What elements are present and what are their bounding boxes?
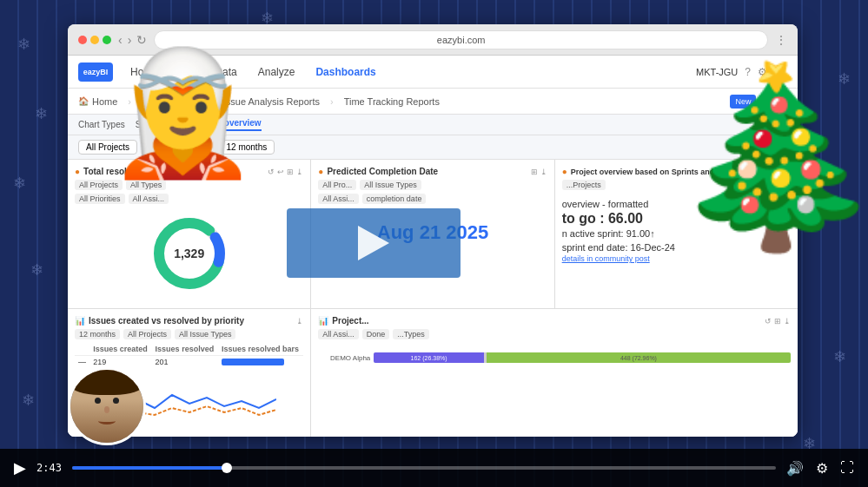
play-button[interactable]: ▶ <box>14 458 26 477</box>
overview-end-date: sprint end date: 16-Dec-24 <box>562 240 791 254</box>
w3-filter-projects[interactable]: ...Projects <box>562 180 606 190</box>
widget-total-resolved: ● Total resolved issue... ↺ ↩ ⊞ ⤓ All Pr… <box>68 160 310 308</box>
nav-analyze[interactable]: Analyze <box>255 64 299 80</box>
sub-project-overview[interactable]: Project overview <box>192 118 261 131</box>
breadcrumb-issue-analysis[interactable]: Issue Analysis Reports <box>223 96 320 107</box>
filter-months[interactable]: 12 months <box>219 140 275 155</box>
overview-link[interactable]: details in community post <box>562 254 791 263</box>
volume-icon[interactable]: 🔊 <box>786 460 804 477</box>
close-dot[interactable] <box>78 36 87 44</box>
avatar-mouth <box>98 418 116 424</box>
widget-1-sub-filters: All Priorities All Assi... <box>75 194 303 204</box>
refresh-icon[interactable]: ↺ <box>268 168 275 176</box>
bar-green: 448 (72.96%) <box>487 352 791 363</box>
breadcrumb-time-tracking[interactable]: Time Tracking Reports <box>344 96 440 107</box>
undo-icon[interactable]: ↩ <box>277 168 284 176</box>
player-controls-right: 🔊 ⚙ ⛶ <box>786 460 854 477</box>
w2-filter-projects[interactable]: All Pro... <box>318 180 356 190</box>
progress-bar[interactable] <box>72 466 776 470</box>
bar-chart-container: DEMO Alpha 162 (26.38%) 448 (72.96%) <box>318 343 791 372</box>
table-row: — 219 201 <box>75 356 303 369</box>
fullscreen-icon[interactable]: ⛶ <box>840 460 854 477</box>
w4-filter-types[interactable]: All Issue Types <box>175 329 235 339</box>
filter-all-assignees[interactable]: All Assignees <box>144 140 211 155</box>
w5-download-icon[interactable]: ⤓ <box>784 317 791 326</box>
nav-source-data[interactable]: Source Data <box>176 64 241 80</box>
edit-button[interactable]: Edit <box>761 95 787 109</box>
w4-filter-months[interactable]: 12 months <box>75 329 120 339</box>
w5-filter-done[interactable]: Done <box>362 329 390 339</box>
workspace-selector[interactable]: MKT-JGU <box>696 67 738 77</box>
breadcrumb-separator-2: › <box>209 96 213 107</box>
w1-filter-types[interactable]: All Types <box>126 180 166 190</box>
w2-filter-completion[interactable]: completion date <box>362 194 427 204</box>
w2-filter-types[interactable]: All Issue Types <box>360 180 421 190</box>
avatar-eye-left <box>95 398 101 404</box>
w2-filter-assignees[interactable]: All Assi... <box>318 194 359 204</box>
nav-home[interactable]: Home <box>127 64 162 80</box>
widget-2-icon: ● <box>318 167 323 176</box>
extensions-icon[interactable]: ⋮ <box>775 33 787 47</box>
w4-filter-projects[interactable]: All Projects <box>123 329 171 339</box>
nav-dashboards[interactable]: Dashboards <box>312 64 379 80</box>
widget-3-filters: ...Projects <box>562 180 791 190</box>
video-play-overlay[interactable] <box>287 208 461 278</box>
widget-4-header: 📊 Issues created vs resolved by priority… <box>75 316 303 326</box>
w3-grid-icon[interactable]: ⊞ <box>774 168 781 176</box>
browser-dots <box>78 36 111 44</box>
back-icon[interactable]: ‹ <box>118 33 123 47</box>
w1-filter-priorities[interactable]: All Priorities <box>75 194 125 204</box>
w3-download-icon[interactable]: ⤓ <box>784 168 791 176</box>
player-settings-icon[interactable]: ⚙ <box>816 460 828 477</box>
new-button[interactable]: New <box>730 95 756 109</box>
help-icon[interactable]: ? <box>745 66 751 78</box>
download-icon[interactable]: ⤓ <box>296 168 303 176</box>
widget-2-header: ● Predicted Completion Date ⊞ ⤓ <box>318 167 547 176</box>
widget-project-bars: 📊 Project... ↺ ⊞ ⤓ All Assi... Done ...T… <box>311 309 798 437</box>
avatar-face <box>70 370 143 443</box>
widget-4-title: Issues created vs resolved by priority <box>89 316 293 326</box>
grid-icon[interactable]: ⊞ <box>287 168 294 176</box>
widget-3-metrics: overview - formatted to go : 66.00 n act… <box>562 194 791 267</box>
snowflake-6: ❄ <box>22 391 35 410</box>
user-icon[interactable]: 👤 <box>774 66 787 78</box>
settings-icon[interactable]: ⚙ <box>758 66 767 78</box>
bar-label: DEMO Alpha <box>318 354 370 362</box>
overview-sprint: n active sprint: 91.00↑ <box>562 227 791 240</box>
breadcrumb-home[interactable]: 🏠 Home <box>78 96 117 107</box>
play-triangle-icon <box>358 226 389 260</box>
w5-filter-types[interactable]: ...Types <box>393 329 429 339</box>
snowflake-1: ❄ <box>17 35 30 54</box>
col-created <box>75 343 89 356</box>
sub-chart-types[interactable]: Chart Types <box>78 120 125 129</box>
w5-refresh-icon[interactable]: ↺ <box>765 317 772 326</box>
w5-grid-icon[interactable]: ⊞ <box>774 317 781 326</box>
browser-chrome: ‹ › ↻ eazybi.com ⋮ <box>68 24 798 56</box>
col-created-overview: Issues created <box>89 343 151 356</box>
w5-filter-assignees[interactable]: All Assi... <box>318 329 359 339</box>
forward-icon[interactable]: › <box>128 33 132 47</box>
donut-value: 1,329 <box>174 247 204 260</box>
avatar-eye-right <box>113 398 119 404</box>
breadcrumb-agile[interactable]: Agile Reports <box>142 96 199 107</box>
url-bar[interactable]: eazybi.com <box>154 30 768 49</box>
app-logo: eazyBI <box>78 63 113 82</box>
maximize-dot[interactable] <box>103 36 111 44</box>
filter-all-projects[interactable]: All Projects <box>78 140 137 155</box>
url-text: eazybi.com <box>437 35 486 45</box>
widget-4-filters: 12 months All Projects All Issue Types <box>75 329 303 339</box>
sub-start-simple[interactable]: Start simp... <box>136 120 182 129</box>
w2-download-icon[interactable]: ⤓ <box>540 168 547 176</box>
w4-download-icon[interactable]: ⤓ <box>296 317 303 326</box>
minimize-dot[interactable] <box>90 36 99 44</box>
breadcrumb-bar: 🏠 Home › Agile Reports › Issue Analysis … <box>68 89 798 115</box>
w2-grid-icon[interactable]: ⊞ <box>531 168 538 176</box>
browser-nav-right: ⋮ <box>775 33 787 47</box>
w1-filter-assignees[interactable]: All Assi... <box>129 194 169 204</box>
top-nav: eazyBI Home Source Data Analyze Dashboar… <box>68 56 798 89</box>
widget-project-overview: ● Project overview based on Sprints and … <box>555 160 798 308</box>
widget-5-controls: ↺ ⊞ ⤓ <box>765 317 791 326</box>
reload-icon[interactable]: ↻ <box>136 33 147 47</box>
bar-blue: 162 (26.38%) <box>374 352 484 363</box>
w1-filter-projects[interactable]: All Projects <box>75 180 123 190</box>
